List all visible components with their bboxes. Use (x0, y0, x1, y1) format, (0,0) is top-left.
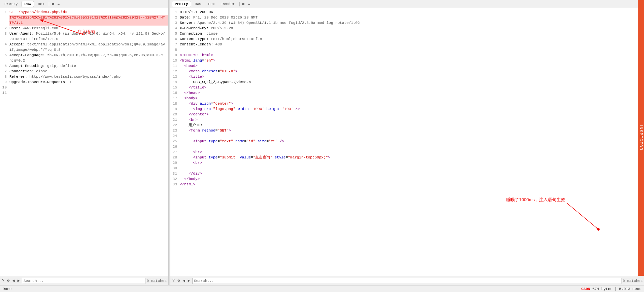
code-line: 10 (0, 85, 168, 90)
right-tab-hex[interactable]: Hex (205, 1, 218, 7)
code-line: 8 Referer: http://www.testsqli.com/bypas… (0, 74, 168, 79)
code-line: 1 GET /bypass/index4.php?id= (0, 9, 168, 15)
code-line: 11 (0, 90, 168, 96)
left-search-bar: ? ⚙ ◀ ▶ 0 matches (0, 276, 168, 285)
left-match-count: 0 matches (147, 279, 167, 283)
status-done: Done (3, 287, 11, 291)
right-search-bar: ? ⚙ ◀ ▶ 0 matches (170, 276, 644, 285)
left-search-input[interactable] (22, 278, 145, 284)
code-line: 6 Content-Type: text/html;charset=utf-8 (170, 36, 644, 42)
code-line: 12 <meta charset="UTF-8"> (170, 69, 644, 74)
left-tab-bar: Pretty Raw Hex ⇄ ≡ (0, 0, 168, 8)
code-line: 31 </div> (170, 171, 644, 176)
right-search-prev-icon[interactable]: ◀ (182, 278, 185, 284)
code-line: 1%27%2B%26%26%2Bif%281%3D1%2Csleep%281%2… (0, 15, 168, 26)
code-line: 32 </body> (170, 176, 644, 182)
code-line: 9 Upgrade-Insecure-Requests: 1 (0, 79, 168, 85)
right-code-area: 1 HTTP/1.1 200 OK 2 Date: Fri, 29 Dec 20… (170, 8, 644, 276)
right-tab-bar: Pretty Raw Hex Render ⇄ ≡ (170, 0, 644, 8)
code-line: 10 <html lang="en"> (170, 58, 644, 63)
code-line: 11 <head> (170, 63, 644, 69)
code-line: 33 </html> (170, 182, 644, 187)
code-line: 30 (170, 166, 644, 171)
left-panel: Pretty Raw Hex ⇄ ≡ 1 GET /bypass/index4.… (0, 0, 168, 285)
code-line: 1 HTTP/1.1 200 OK (170, 9, 644, 15)
right-tab-pretty[interactable]: Pretty (172, 1, 191, 7)
code-line: 23 <form method="GET"> (170, 128, 644, 133)
right-search-next-icon[interactable]: ▶ (187, 278, 191, 284)
left-code-area: 1 GET /bypass/index4.php?id= 1%27%2B%26%… (0, 8, 168, 276)
code-line: 18 <div align="center"> (170, 101, 644, 106)
csdn-label: CSDN (581, 287, 590, 291)
code-line: 27 <br> (170, 149, 644, 155)
tab-separator-left (49, 2, 49, 6)
right-search-settings-icon[interactable]: ⚙ (177, 278, 180, 284)
right-icon-arrows[interactable]: ⇄ (241, 1, 246, 7)
right-search-help-icon[interactable]: ? (172, 278, 175, 284)
left-search-next-icon[interactable]: ▶ (17, 278, 21, 284)
code-line: 26 (170, 144, 644, 149)
right-icon-menu[interactable]: ≡ (246, 1, 251, 7)
code-line: 4 X-Powered-By: PHP/5.3.29 (170, 26, 644, 31)
right-search-input[interactable] (192, 278, 621, 284)
left-tab-pretty[interactable]: Pretty (1, 1, 21, 7)
code-line: 2 Date: Fri, 29 Dec 2023 02:26:28 GMT (170, 15, 644, 20)
code-line: 6 Accept-Encoding: gzip, deflate (0, 63, 168, 69)
status-right: CSDN 674 bytes | 5.013 secs (581, 287, 641, 291)
left-search-settings-icon[interactable]: ⚙ (6, 278, 10, 284)
code-line: 14 CSB_SQL注入-Bypass-小demo-4 (170, 79, 644, 85)
code-line: 5 Accept-Language: zh-CN,zh;q=0.8,zh-TW;… (0, 52, 168, 63)
file-info: 674 bytes | 5.013 secs (592, 287, 641, 291)
code-line: 5 Connection: close (170, 31, 644, 36)
code-line: 2 Host: www.testsqli.com (0, 26, 168, 31)
status-bar: Done CSDN 674 bytes | 5.013 secs (0, 285, 644, 292)
left-search-help-icon[interactable]: ? (1, 278, 5, 284)
code-line: 21 <br> (170, 117, 644, 122)
code-line: 9 <!DOCTYPE html> (170, 52, 644, 58)
code-line: 13 <title> (170, 74, 644, 79)
right-match-count: 0 matches (623, 279, 643, 283)
code-line: 8 (170, 47, 644, 52)
tab-separator-right (239, 2, 240, 6)
code-line: 7 Content-Length: 430 (170, 42, 644, 47)
code-line: 4 Accept: text/html,application/xhtml+xm… (0, 42, 168, 52)
code-line: 22 用户ID: (170, 122, 644, 128)
code-line: 17 <body> (170, 96, 644, 101)
code-line: 20 </center> (170, 112, 644, 117)
inspector-label: INSPECTOR (638, 0, 644, 276)
code-line: 15 </title> (170, 85, 644, 90)
left-search-prev-icon[interactable]: ◀ (11, 278, 15, 284)
code-line: 3 User-Agent: Mozilla/5.0 (Windows NT 10… (0, 31, 168, 42)
right-tab-raw[interactable]: Raw (192, 1, 205, 7)
code-line: 29 <br> (170, 160, 644, 166)
right-panel: Pretty Raw Hex Render ⇄ ≡ 1 HTTP/1.1 200… (170, 0, 644, 285)
code-line: 28 <input type="submit" value="点击查询" sty… (170, 155, 644, 160)
code-line: 16 </head> (170, 90, 644, 96)
right-tab-render[interactable]: Render (218, 1, 238, 7)
code-line: 19 <img src="logo.png" width='1000' heig… (170, 106, 644, 112)
left-tab-raw[interactable]: Raw (22, 1, 34, 7)
code-line: 3 Server: Apache/2.4.39 (Win64) OpenSSL/… (170, 20, 644, 26)
left-icon-menu[interactable]: ≡ (56, 1, 61, 7)
left-tab-hex[interactable]: Hex (35, 1, 47, 7)
code-line: 7 Connection: close (0, 69, 168, 74)
left-icon-arrows[interactable]: ⇄ (50, 1, 56, 7)
code-line: 25 <input type="text" name="id" size="25… (170, 139, 644, 144)
code-line: 24 (170, 133, 644, 139)
